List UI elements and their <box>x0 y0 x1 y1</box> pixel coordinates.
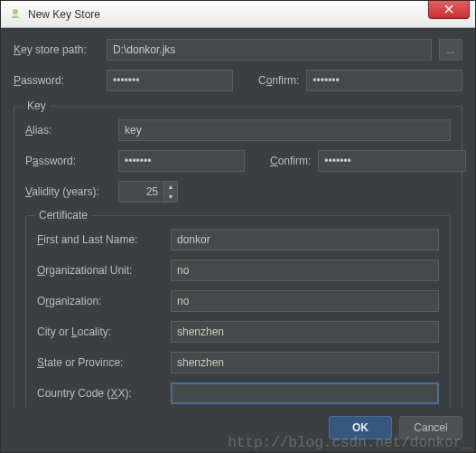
cancel-button[interactable]: Cancel <box>399 416 462 439</box>
state-input[interactable] <box>171 352 439 373</box>
window-title: New Key Store <box>28 8 100 21</box>
svg-point-0 <box>13 9 18 14</box>
browse-button[interactable]: ... <box>439 39 462 61</box>
state-label: State or Province: <box>37 356 163 369</box>
key-password-row: Password: Confirm: <box>25 150 451 172</box>
close-button[interactable] <box>428 1 470 19</box>
country-input[interactable] <box>171 382 439 404</box>
state-row: State or Province: <box>37 352 439 373</box>
keystore-password-input[interactable] <box>107 70 233 91</box>
validity-spinner[interactable]: ▲ ▼ <box>118 181 178 203</box>
key-confirm-label: Confirm: <box>270 155 311 167</box>
city-input[interactable] <box>171 321 439 343</box>
spinner-buttons: ▲ ▼ <box>163 181 178 203</box>
spinner-down[interactable]: ▼ <box>164 192 177 203</box>
dialog-content: Key store path: ... Password: Confirm: K… <box>1 28 475 407</box>
keystore-path-label: Key store path: <box>14 43 99 56</box>
titlebar: New Key Store <box>1 1 475 28</box>
first-last-input[interactable] <box>171 229 439 250</box>
keystore-password-row: Password: Confirm: <box>14 70 462 91</box>
keystore-password-label: Password: <box>14 74 99 87</box>
validity-row: Validity (years): ▲ ▼ <box>25 181 451 203</box>
key-confirm-input[interactable] <box>318 150 466 172</box>
validity-input[interactable] <box>118 181 163 203</box>
org-input[interactable] <box>171 290 439 312</box>
key-password-label: Password: <box>25 155 111 167</box>
country-label: Country Code (XX): <box>37 387 163 400</box>
alias-label: Alias: <box>25 124 111 137</box>
org-label: Organization: <box>37 295 163 307</box>
keystore-path-row: Key store path: ... <box>14 39 462 61</box>
key-legend: Key <box>23 99 50 112</box>
certificate-legend: Certificate <box>35 209 91 222</box>
alias-input[interactable] <box>118 119 451 141</box>
key-group: Key Alias: Password: Confirm: Validity (… <box>14 106 462 407</box>
org-unit-input[interactable] <box>171 260 439 281</box>
first-last-label: First and Last Name: <box>37 233 163 246</box>
country-row: Country Code (XX): <box>37 382 439 404</box>
keystore-confirm-input[interactable] <box>306 70 462 91</box>
spinner-up[interactable]: ▲ <box>164 182 177 192</box>
keystore-path-input[interactable] <box>107 39 432 61</box>
dialog-footer: OK Cancel <box>1 407 475 452</box>
city-label: City or Locality: <box>37 326 163 338</box>
certificate-group: Certificate First and Last Name: Organiz… <box>25 215 451 407</box>
validity-label: Validity (years): <box>25 185 111 198</box>
keystore-confirm-label: Confirm: <box>258 74 299 87</box>
alias-row: Alias: <box>25 119 451 141</box>
key-password-input[interactable] <box>118 150 245 172</box>
ok-button[interactable]: OK <box>329 416 392 439</box>
org-row: Organization: <box>37 290 439 312</box>
org-unit-row: Organizational Unit: <box>37 260 439 281</box>
dialog-window: New Key Store Key store path: ... Passwo… <box>0 0 476 453</box>
org-unit-label: Organizational Unit: <box>37 264 163 277</box>
first-last-row: First and Last Name: <box>37 229 439 250</box>
city-row: City or Locality: <box>37 321 439 343</box>
app-icon <box>8 7 23 22</box>
